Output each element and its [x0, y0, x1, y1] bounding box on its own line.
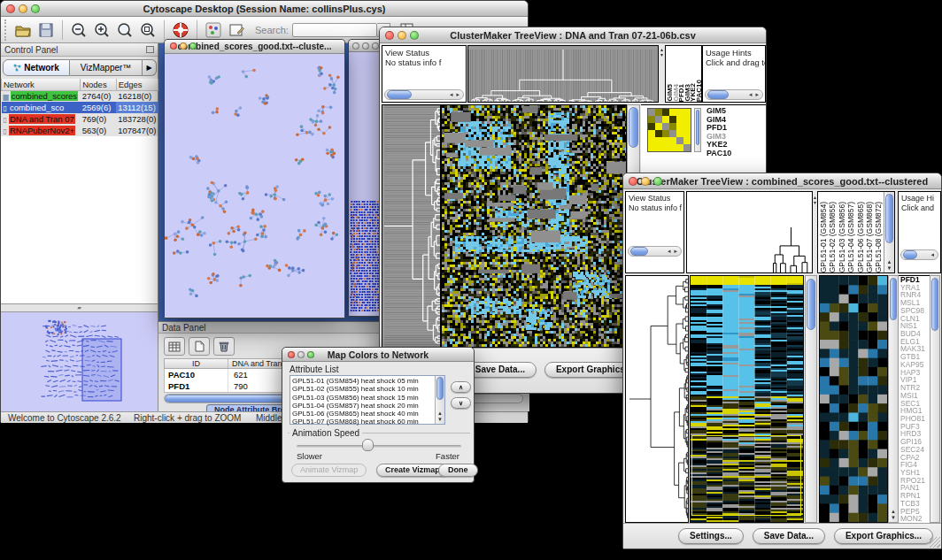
tv1-matrix-cell[interactable]	[662, 116, 669, 123]
minimize-button[interactable]	[19, 4, 27, 13]
search-input[interactable]	[292, 23, 377, 37]
attribute-list-item[interactable]: GPL51-07 (GSM868) heat shock 60 min	[292, 418, 444, 426]
network-overview-canvas[interactable]	[1, 312, 158, 411]
attribute-list-item[interactable]: GPL51-01 (GSM854) heat shock 05 min	[292, 377, 444, 385]
tv1-matrix-cell[interactable]	[662, 109, 669, 116]
tv1-matrix-cell[interactable]	[676, 144, 683, 151]
zoom-selected-icon[interactable]	[113, 19, 136, 42]
tv1-matrix-cell[interactable]	[655, 123, 662, 130]
tv1-status-hscrollbar[interactable]: ◂ ▸	[384, 89, 464, 100]
animation-slider-track[interactable]	[297, 445, 461, 448]
tab-vizmapper[interactable]: VizMapper™	[70, 59, 143, 76]
scroll-arrows[interactable]: ▲▼	[889, 509, 898, 521]
scroll-thumb[interactable]	[630, 247, 648, 256]
scroll-thumb[interactable]	[931, 278, 938, 331]
network-window-titlebar[interactable]: combined_scores_good.txt--cluste...	[165, 40, 344, 54]
tv2-column-dendrogram-canvas[interactable]	[687, 192, 812, 272]
tv1-global-heatmap[interactable]	[441, 104, 627, 348]
panel-splitter[interactable]: ▰	[1, 304, 158, 311]
attribute-list-item[interactable]: GPL51-04 (GSM857) heat shock 20 min	[292, 402, 444, 410]
tv1-matrix-cell[interactable]	[683, 116, 691, 123]
minimize-button[interactable]	[362, 42, 369, 50]
tv1-matrix-cell[interactable]	[655, 137, 662, 144]
close-button[interactable]	[629, 177, 637, 186]
export-graphics-button[interactable]: Export Graphics...	[834, 528, 933, 544]
zoom-button[interactable]	[31, 4, 40, 13]
scroll-arrows[interactable]: ▲▼	[884, 259, 894, 272]
col-network[interactable]: Network	[2, 79, 81, 90]
tv1-matrix-cell[interactable]	[676, 137, 683, 144]
network-table-row[interactable]: ▯DNA and Tran 07769(0)183728(0)	[2, 113, 158, 125]
tv1-matrix-cell[interactable]	[669, 137, 676, 144]
tv2-row-dendrogram-canvas[interactable]	[626, 276, 688, 522]
tv1-matrix-cell[interactable]	[683, 130, 691, 137]
tv2-labels-vscrollbar[interactable]: ▲▼	[884, 192, 894, 272]
scroll-thumb[interactable]	[629, 107, 638, 148]
col-edges[interactable]: Edges	[116, 79, 158, 90]
attribute-list[interactable]: GPL51-01 (GSM854) heat shock 05 minGPL51…	[290, 375, 445, 425]
scroll-thumb[interactable]	[890, 278, 897, 320]
float-panel-icon[interactable]	[146, 46, 154, 53]
tv2-zoom-vscrollbar[interactable]: ▲▼	[888, 275, 899, 523]
zoom-fit-icon[interactable]	[136, 19, 159, 42]
tv1-matrix-cell[interactable]	[655, 130, 662, 137]
tv2-heatmap-vscrollbar[interactable]	[805, 275, 817, 523]
tv1-matrix-cell[interactable]	[662, 137, 669, 144]
close-button[interactable]	[352, 42, 359, 50]
tv2-status-hscrollbar[interactable]: ◂ ▸	[628, 246, 682, 257]
animate-vizmap-button[interactable]: Animate Vizmap	[291, 464, 367, 477]
tv2-usage-hscrollbar[interactable]: ◂	[900, 249, 938, 260]
animation-slider-thumb[interactable]	[362, 439, 374, 451]
attribute-list-item[interactable]: GPL51-02 (GSM855) heat shock 10 min	[292, 385, 444, 393]
zoom-button[interactable]	[372, 42, 379, 50]
tv1-matrix-cell[interactable]	[648, 116, 655, 123]
tv2-column-dendrogram[interactable]	[686, 191, 813, 273]
tv1-matrix-cell[interactable]	[669, 144, 676, 151]
tv2-row-dendrogram[interactable]	[625, 275, 689, 523]
tv1-matrix-cell[interactable]	[648, 144, 655, 151]
scroll-arrows[interactable]: ◂ ▸	[749, 91, 762, 98]
move-down-button[interactable]: ∨	[451, 397, 471, 409]
zoom-button[interactable]	[410, 31, 419, 40]
toolbar-drag-handle[interactable]	[4, 19, 8, 41]
tv1-matrix-cell[interactable]	[683, 137, 691, 144]
minimize-button[interactable]	[180, 42, 187, 50]
settings-button[interactable]: Settings...	[678, 528, 744, 544]
treeview2-titlebar[interactable]: ClusterMaker TreeView : combined_scores_…	[623, 173, 941, 189]
tv1-heatmap-canvas[interactable]	[442, 105, 626, 347]
col-nodes[interactable]: Nodes	[81, 79, 117, 90]
tv1-label-arrows[interactable]: ▴▾	[659, 47, 665, 58]
tv1-matrix-cell[interactable]	[648, 137, 655, 144]
move-up-button[interactable]: ∧	[451, 381, 471, 393]
tv2-zoom-heatmap[interactable]	[819, 275, 888, 523]
resize-grip[interactable]	[930, 537, 940, 548]
tv1-matrix-cell[interactable]	[676, 116, 683, 123]
zoom-button[interactable]	[189, 42, 197, 50]
tv1-matrix-cell[interactable]	[655, 144, 662, 151]
tab-overflow-button[interactable]: ▶	[143, 59, 157, 76]
tv2-genes-vscrollbar[interactable]	[930, 275, 940, 523]
new-attribute-icon[interactable]	[189, 337, 210, 356]
scroll-thumb[interactable]	[885, 194, 893, 243]
tv1-matrix-cell[interactable]	[662, 144, 669, 151]
network-name-cell[interactable]: ▯combined_sco	[2, 102, 81, 113]
minimize-button[interactable]	[398, 31, 406, 40]
network-name-cell[interactable]: ▯DNA and Tran 07	[2, 113, 81, 125]
close-button[interactable]	[288, 351, 295, 358]
tv1-column-dendrogram-canvas[interactable]	[468, 46, 658, 102]
close-button[interactable]	[385, 31, 394, 40]
close-button[interactable]	[6, 4, 15, 13]
tv1-matrix-cell[interactable]	[669, 123, 676, 130]
tv1-matrix-cell[interactable]	[669, 116, 676, 123]
network-name-cell[interactable]: ▯RNAPuberNov2+	[2, 125, 81, 136]
scroll-arrows[interactable]: ▲▼	[436, 410, 444, 423]
save-data-button[interactable]: Save Data...	[753, 528, 825, 544]
tv1-matrix-cell[interactable]	[669, 130, 676, 137]
tab-network[interactable]: Network	[3, 59, 70, 76]
scroll-thumb[interactable]	[807, 279, 815, 330]
vizmap-icon[interactable]	[202, 19, 225, 42]
tv1-matrix-cell[interactable]	[683, 109, 691, 116]
main-title-bar[interactable]: Cytoscape Desktop (Session Name: collins…	[1, 1, 528, 17]
tv1-zoom-heatmap[interactable]	[647, 108, 691, 152]
tv1-matrix-cell[interactable]	[676, 109, 683, 116]
